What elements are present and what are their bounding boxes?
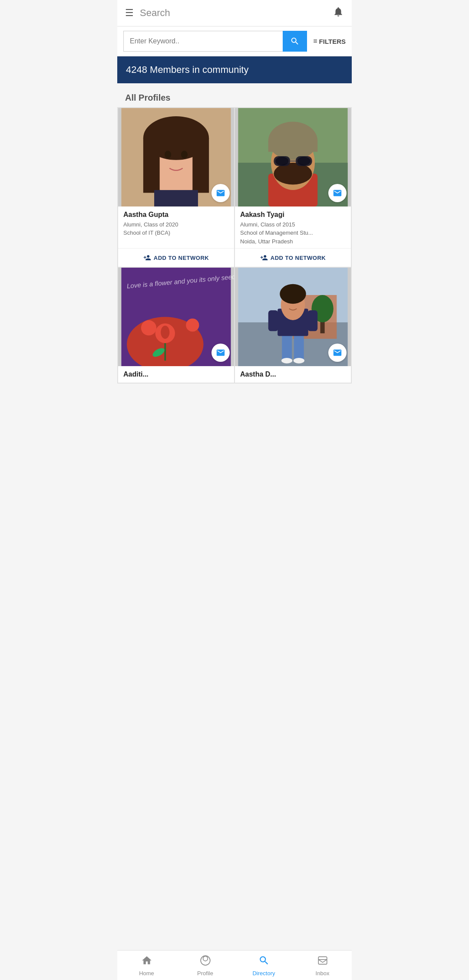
profile-image-wrapper [235, 108, 351, 206]
svg-rect-43 [308, 311, 318, 331]
add-person-icon [143, 254, 151, 262]
add-to-network-button[interactable]: ADD TO NETWORK [235, 248, 351, 267]
content-area: ≡ FILTERS 4248 Members in community All … [117, 26, 352, 414]
search-bar: ≡ FILTERS [117, 26, 352, 56]
profile-info: Aakash Tyagi Alumni, Class of 2015 Schoo… [235, 206, 351, 249]
svg-rect-14 [268, 141, 317, 152]
profile-card[interactable]: Aastha D... [235, 268, 351, 383]
add-to-network-label: ADD TO NETWORK [154, 255, 209, 261]
profile-detail-3: Noida, Uttar Pradesh [240, 237, 346, 246]
search-input[interactable] [123, 31, 283, 52]
message-icon [216, 348, 225, 357]
members-banner: 4248 Members in community [117, 56, 352, 83]
add-person-icon [260, 254, 268, 262]
nav-label-inbox: Inbox [316, 970, 330, 977]
svg-rect-5 [192, 138, 209, 193]
menu-icon[interactable]: ☰ [125, 7, 134, 19]
message-icon [333, 188, 342, 198]
svg-point-47 [201, 956, 210, 965]
filters-label: FILTERS [319, 38, 346, 45]
svg-point-40 [294, 358, 304, 364]
svg-point-20 [297, 157, 310, 165]
profile-info: Aastha D... [235, 366, 351, 383]
svg-point-46 [203, 956, 208, 961]
profile-name: Aakash Tyagi [240, 211, 346, 219]
nav-item-profile[interactable]: Profile [176, 951, 234, 980]
svg-point-25 [161, 326, 169, 339]
profile-name: Aastha Gupta [123, 211, 229, 219]
profile-name: Aastha D... [240, 370, 346, 378]
message-icon [333, 348, 342, 357]
profile-detail-2: School of Management Stu... [240, 229, 346, 237]
header: ☰ Search [117, 0, 352, 26]
profiles-grid: Aastha Gupta Alumni, Class of 2020 Schoo… [117, 107, 352, 383]
message-icon [216, 188, 225, 198]
members-count-text: 4248 Members in community [126, 64, 248, 75]
profile-info: Aastha Gupta Alumni, Class of 2020 Schoo… [118, 206, 234, 249]
nav-item-inbox[interactable]: Inbox [293, 951, 352, 980]
nav-item-directory[interactable]: Directory [234, 951, 293, 980]
directory-search-icon [258, 955, 270, 969]
add-to-network-label: ADD TO NETWORK [271, 255, 326, 261]
svg-rect-4 [143, 138, 160, 193]
svg-point-6 [165, 151, 171, 158]
home-icon [141, 955, 152, 969]
profile-detail-1: Alumni, Class of 2015 [240, 220, 346, 229]
svg-rect-37 [282, 334, 292, 361]
nav-label-home: Home [139, 970, 154, 977]
profile-card[interactable]: Aastha Gupta Alumni, Class of 2020 Schoo… [118, 108, 234, 267]
svg-rect-38 [294, 334, 304, 361]
profile-card[interactable]: Love is a flower and you its only seed. [118, 268, 234, 383]
profile-detail-2: School of IT (BCA) [123, 229, 229, 237]
svg-rect-8 [154, 190, 198, 206]
svg-point-45 [280, 284, 306, 304]
profile-detail-1: Alumni, Class of 2020 [123, 220, 229, 229]
svg-point-39 [281, 358, 292, 364]
page-title: Search [140, 7, 333, 19]
profile-image-wrapper [235, 268, 351, 366]
profile-name: Aaditi... [123, 370, 229, 378]
filters-icon: ≡ [313, 37, 317, 45]
filters-button[interactable]: ≡ FILTERS [313, 37, 346, 45]
svg-point-7 [181, 151, 188, 158]
message-button[interactable] [328, 184, 347, 202]
bell-icon[interactable] [333, 6, 344, 20]
svg-rect-42 [268, 311, 278, 331]
profile-card[interactable]: Aakash Tyagi Alumni, Class of 2015 Schoo… [235, 108, 351, 267]
nav-item-home[interactable]: Home [117, 951, 176, 980]
add-to-network-button[interactable]: ADD TO NETWORK [118, 248, 234, 267]
nav-label-directory: Directory [252, 970, 275, 977]
profile-image-wrapper: Love is a flower and you its only seed. [118, 268, 234, 366]
search-button[interactable] [283, 31, 307, 52]
message-button[interactable] [211, 184, 230, 202]
profile-icon [200, 955, 211, 969]
profile-info: Aaditi... [118, 366, 234, 383]
search-icon [290, 36, 300, 46]
profile-image-wrapper [118, 108, 234, 206]
bottom-nav: Home Profile Directory Inbox [117, 950, 352, 980]
all-profiles-label: All Profiles [117, 83, 352, 107]
svg-point-30 [186, 319, 199, 332]
svg-point-28 [141, 320, 156, 335]
inbox-icon [317, 955, 328, 969]
svg-point-19 [275, 157, 288, 165]
nav-label-profile: Profile [197, 970, 213, 977]
